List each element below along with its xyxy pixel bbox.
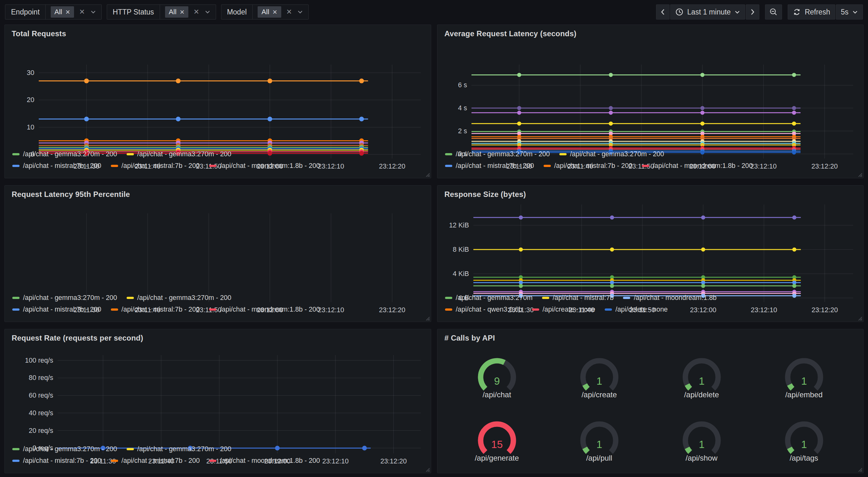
legend-swatch: [605, 308, 612, 311]
gauge-apishow[interactable]: 1/api/show: [650, 408, 753, 469]
panel-calls-by-api: # Calls by API 9/api/chat1/api/create1/a…: [437, 329, 864, 473]
legend-swatch: [12, 165, 20, 167]
legend-item[interactable]: /api/chat - moondream:1.8b - 200: [209, 306, 320, 314]
gauge-apitags[interactable]: 1/api/tags: [753, 408, 855, 469]
filter-label: Model: [221, 5, 253, 19]
legend-item[interactable]: /api/chat - gemma3:270m - 200: [127, 294, 231, 302]
legend-item[interactable]: /api/chat - qwen3:0.6b: [445, 306, 523, 314]
response-size-chart[interactable]: 23:11:3023:11:4023:11:5023:12:0023:12:10…: [443, 199, 858, 293]
legend-item[interactable]: /api/chat - gemma3:270m - 200: [12, 294, 117, 302]
filter-chip[interactable]: All ✕: [51, 6, 74, 18]
legend-item[interactable]: /api/chat - moondream:1.8b - 200: [209, 457, 320, 465]
filter-value[interactable]: All ✕ ✕: [253, 5, 308, 19]
legend-item[interactable]: /api/chat - mistral:7b - 200: [111, 162, 200, 170]
time-shift-back-button[interactable]: [656, 4, 670, 20]
chevron-down-icon[interactable]: [90, 10, 96, 14]
chevron-down-icon[interactable]: [205, 10, 211, 14]
legend-item[interactable]: /api/chat - mistral:7b - 200: [445, 162, 534, 170]
panel-resize-handle[interactable]: [425, 172, 430, 177]
gauge-apidelete[interactable]: 1/api/delete: [650, 345, 753, 405]
panel-title: Total Requests: [12, 29, 425, 38]
legend-item[interactable]: /api/create - none: [532, 306, 595, 314]
legend-item[interactable]: /api/chat - gemma3:270m - 200: [445, 150, 550, 158]
total-requests-chart[interactable]: 23:11:3023:11:4023:11:5023:12:0023:12:10…: [10, 38, 425, 149]
filter-clear-icon[interactable]: ✕: [286, 8, 292, 16]
panel-request-latency-95th: Request Latency 95th Percentile 23:11:30…: [4, 185, 431, 322]
filter-value[interactable]: All ✕ ✕: [46, 5, 101, 19]
legend-item[interactable]: /api/chat - gemma3:270m: [445, 294, 533, 302]
gauge-apichat[interactable]: 9/api/chat: [446, 345, 548, 405]
legend-item[interactable]: /api/chat - mistral:7b - 200: [111, 306, 200, 314]
filter-value[interactable]: All ✕ ✕: [160, 5, 216, 19]
gauge-value: 1: [699, 375, 704, 387]
panel-resize-handle[interactable]: [857, 172, 862, 177]
data-point: [610, 247, 614, 251]
data-point: [517, 122, 521, 126]
legend-item[interactable]: /api/chat - gemma3:270m - 200: [127, 150, 231, 158]
chevron-down-icon[interactable]: [297, 10, 303, 14]
legend-label: /api/chat - gemma3:270m - 200: [23, 445, 117, 453]
refresh-button[interactable]: Refresh: [788, 4, 835, 20]
legend-item[interactable]: /api/chat - gemma3:270m - 200: [12, 150, 117, 158]
data-point: [793, 284, 797, 288]
panel-resize-handle[interactable]: [857, 467, 862, 472]
legend-item[interactable]: /api/chat - mistral:7b: [542, 294, 614, 302]
zoom-out-button[interactable]: [765, 4, 782, 20]
gauge-label: /api/show: [686, 454, 717, 463]
average-request-latency-chart[interactable]: 23:11:3023:11:4023:11:5023:12:0023:12:10…: [443, 38, 858, 149]
chip-remove-icon[interactable]: ✕: [273, 9, 277, 15]
legend-swatch: [127, 297, 134, 299]
gauge-apiembed[interactable]: 1/api/embed: [753, 345, 855, 405]
legend-item[interactable]: /api/chat - mistral:7b - 200: [12, 457, 101, 465]
filter-chip[interactable]: All ✕: [165, 6, 188, 18]
panel-resize-handle[interactable]: [425, 316, 430, 321]
request-rate-chart[interactable]: 23:11:3023:11:4023:11:5023:12:0023:12:10…: [10, 342, 425, 444]
legend-item[interactable]: /api/chat - mistral:7b - 200: [12, 306, 101, 314]
refresh-interval-picker[interactable]: 5s: [836, 4, 863, 20]
legend-item[interactable]: /api/chat - gemma3:270m - 200: [559, 150, 664, 158]
legend-label: /api/chat - gemma3:270m - 200: [137, 294, 231, 302]
legend-item[interactable]: /api/chat - moondream:1.8b - 200: [642, 162, 753, 170]
time-range-label: Last 1 minute: [687, 8, 731, 17]
legend-item[interactable]: /api/chat - moondream:1.8b - 200: [209, 162, 320, 170]
legend-swatch: [623, 297, 630, 299]
legend-item[interactable]: /api/chat - gemma3:270m - 200: [12, 445, 117, 453]
legend-row: /api/chat - mistral:7b - 200/api/chat - …: [445, 162, 857, 170]
chip-remove-icon[interactable]: ✕: [65, 9, 70, 15]
legend-label: /api/chat - moondream:1.8b - 200: [220, 457, 320, 465]
filter-clear-icon[interactable]: ✕: [79, 8, 85, 16]
gauge-arc: 1: [674, 351, 730, 391]
gauge-apicreate[interactable]: 1/api/create: [548, 345, 650, 405]
filter-clear-icon[interactable]: ✕: [193, 8, 199, 16]
data-point: [609, 106, 613, 110]
panel-resize-handle[interactable]: [425, 467, 430, 472]
variable-filters: Endpoint All ✕ ✕ HTTP Status All ✕ ✕: [5, 4, 309, 20]
legend-item[interactable]: /api/chat - gemma3:270m - 200: [127, 445, 231, 453]
legend-label: /api/chat - gemma3:270m - 200: [23, 294, 117, 302]
legend-item[interactable]: /api/chat - mistral:7b - 200: [111, 457, 200, 465]
time-shift-forward-button[interactable]: [746, 4, 760, 20]
legend-row: /api/chat - gemma3:270m/api/chat - mistr…: [445, 294, 857, 302]
legend-item[interactable]: /api/chat - mistral:7b - 200: [544, 162, 633, 170]
panel-title: Response Size (bytes): [444, 190, 858, 199]
y-tick-label: 60 req/s: [29, 392, 53, 399]
panel-resize-handle[interactable]: [857, 316, 862, 321]
filter-label: HTTP Status: [107, 5, 160, 19]
data-point: [359, 117, 364, 121]
panel-request-rate: Request Rate (requests per second) 23:11…: [4, 329, 431, 473]
data-point: [517, 111, 521, 115]
filter-chip[interactable]: All ✕: [258, 6, 281, 18]
time-range-picker[interactable]: Last 1 minute: [670, 4, 745, 20]
data-point: [519, 215, 523, 219]
gauge-apigenerate[interactable]: 15/api/generate: [446, 408, 548, 469]
legend-item[interactable]: /api/delete - none: [605, 306, 668, 314]
legend-item[interactable]: /api/chat - moondream:1.8b: [623, 294, 716, 302]
data-point: [701, 215, 705, 219]
chip-remove-icon[interactable]: ✕: [180, 9, 185, 15]
clock-icon: [675, 8, 683, 16]
gauge-apipull[interactable]: 1/api/pull: [548, 408, 650, 469]
request-latency-95th-chart[interactable]: 23:11:3023:11:4023:11:5023:12:0023:12:10…: [10, 199, 425, 293]
data-point: [792, 111, 796, 115]
legend-item[interactable]: /api/chat - mistral:7b - 200: [12, 162, 101, 170]
data-point: [610, 215, 614, 219]
